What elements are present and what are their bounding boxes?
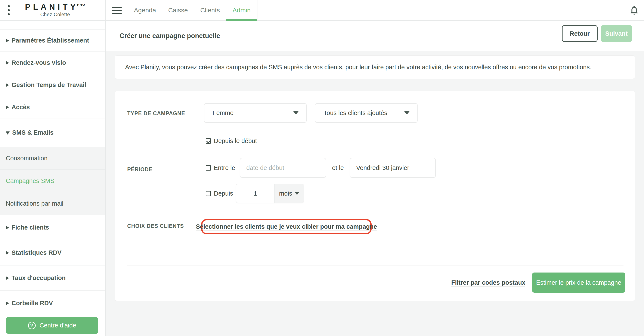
salon-name: Chez Colette bbox=[25, 12, 85, 18]
sidebar-subitem-notifications-mail[interactable]: Notifications par mail bbox=[0, 192, 105, 215]
header-spacer bbox=[258, 0, 624, 20]
intro-text: Avec Planity, vous pouvez créer des camp… bbox=[115, 64, 592, 71]
since-duration-checkbox[interactable] bbox=[206, 191, 211, 196]
help-center-label: Centre d'aide bbox=[40, 322, 76, 329]
between-dates-row: Entre le et le bbox=[206, 158, 436, 178]
main-nav-tabs: Agenda Caisse Clients Admin bbox=[128, 0, 258, 20]
filter-postal-codes-link[interactable]: Filtrer par codes postaux bbox=[451, 279, 526, 286]
start-date-input[interactable] bbox=[240, 158, 326, 178]
chevron-right-icon bbox=[6, 251, 9, 255]
chevron-right-icon bbox=[6, 105, 9, 109]
clients-choice-label: CHOIX DES CLIENTS bbox=[127, 223, 184, 229]
between-checkbox[interactable] bbox=[206, 165, 211, 170]
annotation-highlight: Sélectionner les clients que je veux cib… bbox=[201, 219, 372, 234]
tab-label: Caisse bbox=[168, 7, 188, 14]
sidebar-item-label: SMS & Emails bbox=[12, 129, 54, 136]
intro-card: Avec Planity, vous pouvez créer des camp… bbox=[114, 55, 635, 79]
sidebar-top-strip bbox=[0, 21, 105, 30]
since-start-label: Depuis le début bbox=[214, 138, 257, 144]
chevron-right-icon bbox=[6, 226, 9, 230]
form-divider bbox=[127, 265, 624, 266]
sidebar-subitem-label: Campagnes SMS bbox=[6, 178, 54, 184]
sidebar-item-label: Rendez-vous visio bbox=[12, 59, 66, 66]
duration-value-input[interactable] bbox=[236, 184, 275, 203]
duration-unit-select[interactable]: mois bbox=[275, 184, 304, 203]
duration-combo: mois bbox=[236, 184, 304, 203]
sidebar-subitem-campagnes-sms[interactable]: Campagnes SMS bbox=[0, 170, 105, 192]
sidebar-item-fiche-clients[interactable]: Fiche clients bbox=[0, 215, 105, 240]
campaign-content: Avec Planity, vous pouvez créer des camp… bbox=[106, 51, 644, 336]
sidebar-item-label: Fiche clients bbox=[12, 224, 49, 231]
tab-label: Agenda bbox=[134, 7, 156, 14]
notifications-button[interactable] bbox=[624, 0, 644, 20]
tab-agenda[interactable]: Agenda bbox=[128, 0, 162, 20]
brand-name: PLANITYPRO bbox=[25, 3, 85, 11]
sidebar-item-label: Taux d'occupation bbox=[12, 274, 66, 282]
between-label: Entre le bbox=[214, 164, 235, 172]
sidebar-subitem-consommation[interactable]: Consommation bbox=[0, 147, 105, 170]
chevron-right-icon bbox=[6, 301, 9, 305]
estimate-price-button[interactable]: Estimer le prix de la campagne bbox=[532, 272, 625, 292]
select-clients-link[interactable]: Sélectionner les clients que je veux cib… bbox=[196, 223, 377, 230]
campaign-clients-select[interactable]: Tous les clients ajoutés bbox=[315, 103, 418, 123]
page-title: Créer une campagne ponctuelle bbox=[120, 32, 220, 40]
admin-sidebar: Paramètres Établissement Rendez-vous vis… bbox=[0, 21, 106, 336]
sidebar-toggle-button[interactable] bbox=[106, 0, 128, 20]
end-date-input[interactable] bbox=[350, 158, 436, 178]
next-button[interactable]: Suivant bbox=[601, 25, 632, 42]
hamburger-icon bbox=[112, 7, 122, 14]
tab-label: Admin bbox=[232, 7, 250, 14]
kebab-menu-icon[interactable] bbox=[6, 4, 11, 17]
sidebar-item-sms-emails[interactable]: SMS & Emails bbox=[0, 118, 105, 147]
sidebar-item-statistiques-rdv[interactable]: Statistiques RDV bbox=[0, 240, 105, 266]
sidebar-item-label: Statistiques RDV bbox=[12, 249, 62, 256]
brand-area: PLANITYPRO Chez Colette bbox=[0, 0, 106, 20]
sidebar-item-rendez-vous-visio[interactable]: Rendez-vous visio bbox=[0, 52, 105, 74]
chevron-down-icon bbox=[404, 111, 410, 114]
since-start-checkbox[interactable] bbox=[206, 138, 211, 144]
chevron-down-icon bbox=[6, 132, 10, 135]
main-content: Créer une campagne ponctuelle Retour Sui… bbox=[106, 21, 644, 336]
chevron-down-icon bbox=[293, 111, 298, 114]
sidebar-item-gestion-temps-travail[interactable]: Gestion Temps de Travail bbox=[0, 74, 105, 96]
campaign-gender-value: Femme bbox=[212, 110, 293, 116]
planity-admin-app: PLANITYPRO Chez Colette Agenda Caisse Cl… bbox=[0, 0, 644, 336]
since-start-row: Depuis le début bbox=[206, 138, 257, 144]
sidebar-item-corbeille-rdv[interactable]: Corbeille RDV bbox=[0, 291, 105, 316]
back-button[interactable]: Retour bbox=[562, 25, 598, 42]
sidebar-subitem-label: Notifications par mail bbox=[6, 200, 63, 207]
bell-icon bbox=[629, 5, 639, 16]
campaign-form-card: TYPE DE CAMPAGNE Femme Tous les clients … bbox=[114, 91, 635, 301]
chevron-down-icon bbox=[295, 192, 299, 195]
sidebar-item-taux-occupation[interactable]: Taux d'occupation bbox=[0, 266, 105, 291]
chevron-right-icon bbox=[6, 276, 9, 280]
duration-unit-value: mois bbox=[279, 190, 292, 197]
campaign-gender-select[interactable]: Femme bbox=[204, 103, 306, 123]
since-duration-row: Depuis mois bbox=[206, 184, 304, 203]
tab-clients[interactable]: Clients bbox=[194, 0, 226, 20]
brand-pro-badge: PRO bbox=[77, 3, 85, 6]
sidebar-item-label: Accès bbox=[12, 104, 30, 111]
planity-logo: PLANITYPRO Chez Colette bbox=[25, 3, 85, 18]
sidebar-item-label: Gestion Temps de Travail bbox=[12, 82, 86, 88]
question-circle-icon bbox=[28, 322, 36, 329]
sidebar-item-parametres-etablissement[interactable]: Paramètres Établissement bbox=[0, 30, 105, 52]
help-center-button[interactable]: Centre d'aide bbox=[6, 317, 98, 334]
sidebar-item-acces[interactable]: Accès bbox=[0, 96, 105, 118]
tab-admin[interactable]: Admin bbox=[226, 0, 258, 20]
sidebar-item-label: Corbeille RDV bbox=[12, 300, 53, 307]
and-label: et le bbox=[332, 164, 344, 172]
tab-label: Clients bbox=[200, 7, 220, 14]
top-header: PLANITYPRO Chez Colette Agenda Caisse Cl… bbox=[0, 0, 644, 21]
sidebar-item-label: Paramètres Établissement bbox=[12, 37, 89, 44]
campaign-type-label: TYPE DE CAMPAGNE bbox=[127, 110, 185, 116]
since-duration-label: Depuis bbox=[214, 190, 233, 197]
chevron-right-icon bbox=[6, 39, 9, 42]
page-title-bar: Créer une campagne ponctuelle Retour Sui… bbox=[106, 21, 644, 51]
campaign-clients-value: Tous les clients ajoutés bbox=[324, 110, 404, 116]
chevron-right-icon bbox=[6, 61, 9, 65]
chevron-right-icon bbox=[6, 83, 9, 87]
tab-caisse[interactable]: Caisse bbox=[162, 0, 194, 20]
sidebar-subitem-label: Consommation bbox=[6, 155, 48, 162]
period-label: PÉRIODE bbox=[127, 166, 152, 172]
